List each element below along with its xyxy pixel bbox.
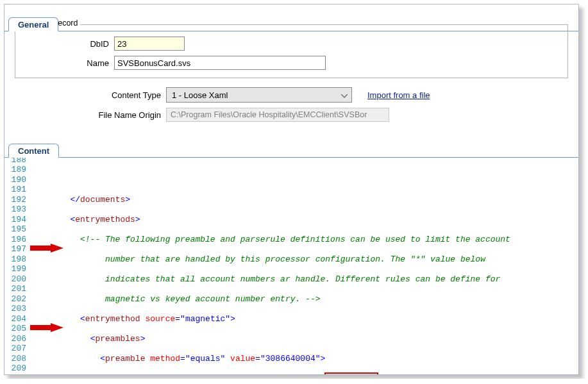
code-editor[interactable]: </documents> <entrymethods> <!-- The fol… [30,144,578,375]
svg-marker-0 [30,244,63,253]
content-type-select[interactable]: 1 - Loose Xaml [166,87,352,103]
file-name-origin-input [166,108,389,122]
name-input[interactable] [114,56,326,70]
config-window: General Current Record DbID Name Content… [4,4,579,375]
content-panel: Content 18718818919019119219319419519619… [4,144,578,375]
content-type-selected-text: 1 - Loose Xaml [172,90,337,100]
content-tabstrip-divider [4,157,578,158]
callout-arrow-1 [30,224,58,233]
general-panel: General Current Record DbID Name Content… [4,18,578,131]
general-tabstrip-divider [4,31,578,31]
import-from-file-link[interactable]: Import from a file [367,90,430,100]
content-type-label: Content Type [12,90,166,100]
callout-arrow-2 [30,303,58,312]
dbid-input[interactable] [114,37,185,51]
dbid-row: DbID [24,37,559,51]
dbid-label: DbID [24,39,114,49]
tab-general[interactable]: General [8,17,58,31]
code-area: 1871881891901911921931941951961971981992… [4,144,578,375]
name-label: Name [24,58,114,68]
current-record-fieldset: Current Record DbID Name [15,24,568,78]
svg-marker-1 [30,323,63,332]
content-type-row: Content Type 1 - Loose Xaml Import from … [12,87,571,103]
name-row: Name [24,56,559,70]
general-body: Current Record DbID Name Content Type 1 … [4,18,578,131]
chevron-down-icon [337,90,351,100]
tab-content[interactable]: Content [8,144,59,158]
file-name-origin-label: File Name Origin [12,110,166,120]
code-gutter: 1871881891901911921931941951961971981992… [4,144,30,375]
file-name-origin-row: File Name Origin [12,108,571,122]
